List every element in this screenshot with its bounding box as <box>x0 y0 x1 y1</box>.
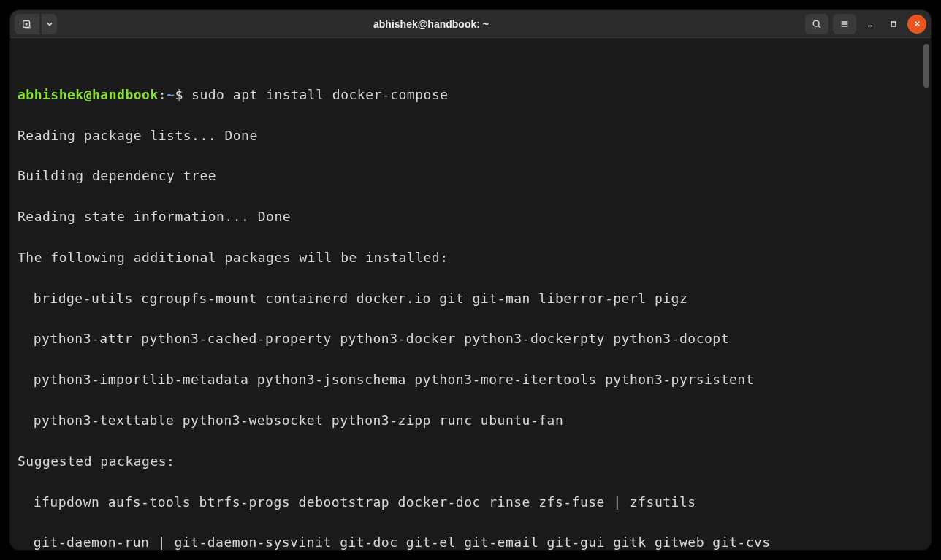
output-line: Building dependency tree <box>18 166 923 186</box>
prompt-path: ~ <box>167 87 175 102</box>
close-icon <box>913 20 921 28</box>
output-line: bridge-utils cgroupfs-mount containerd d… <box>18 288 923 309</box>
maximize-icon <box>889 20 898 28</box>
menu-button[interactable] <box>833 14 856 34</box>
new-tab-button[interactable] <box>15 14 39 34</box>
output-line: python3-attr python3-cached-property pyt… <box>18 329 923 349</box>
output-line: ifupdown aufs-tools btrfs-progs debootst… <box>18 492 923 513</box>
output-line: python3-texttable python3-websocket pyth… <box>18 410 923 431</box>
prompt-symbol: $ <box>175 87 183 102</box>
scrollbar-thumb[interactable] <box>923 44 929 88</box>
terminal-window: abhishek@handbook: ~ <box>10 10 931 550</box>
search-button[interactable] <box>805 14 828 34</box>
titlebar: abhishek@handbook: ~ <box>10 10 931 38</box>
new-tab-icon <box>22 19 32 29</box>
output-line: Reading state information... Done <box>18 207 923 227</box>
close-button[interactable] <box>907 15 926 34</box>
output-line: The following additional packages will b… <box>18 248 923 268</box>
prompt-user-host: abhishek@handbook <box>18 87 159 102</box>
command-text: sudo apt install docker-compose <box>191 87 448 102</box>
minimize-button[interactable] <box>861 15 880 34</box>
search-icon <box>812 19 822 29</box>
new-tab-dropdown[interactable] <box>41 14 57 34</box>
svg-point-1 <box>813 20 819 26</box>
titlebar-right <box>805 14 926 34</box>
titlebar-left <box>15 14 57 34</box>
window-title: abhishek@handbook: ~ <box>60 18 802 30</box>
output-line: Reading package lists... Done <box>18 126 923 146</box>
minimize-icon <box>866 20 875 28</box>
output-line: git-daemon-run | git-daemon-sysvinit git… <box>18 532 923 550</box>
output-line: Suggested packages: <box>18 451 923 472</box>
terminal-output[interactable]: abhishek@handbook:~$ sudo apt install do… <box>10 38 931 550</box>
chevron-down-icon <box>46 20 53 28</box>
svg-rect-2 <box>891 22 896 26</box>
output-line: python3-importlib-metadata python3-jsons… <box>18 369 923 390</box>
maximize-button[interactable] <box>884 15 903 34</box>
hamburger-icon <box>839 19 850 29</box>
prompt-colon: : <box>159 87 167 102</box>
